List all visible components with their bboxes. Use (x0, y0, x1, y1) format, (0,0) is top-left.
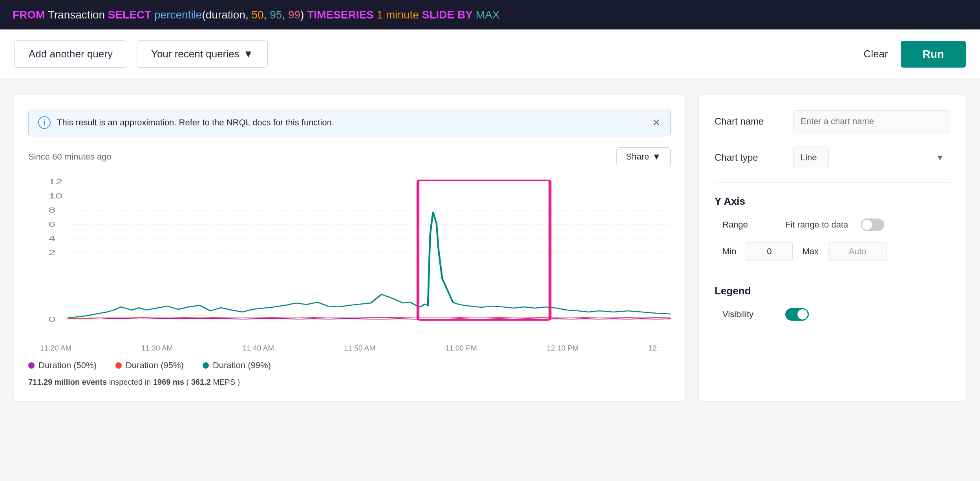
x-label-5: 12:10 PM (547, 344, 579, 352)
x-label-2: 11:40 AM (243, 344, 274, 352)
since-label: Since 60 minutes ago (28, 152, 112, 162)
dropdown-chevron-icon: ▼ (243, 48, 253, 60)
min-max-row: Min Max (715, 242, 950, 261)
visibility-label: Visibility (722, 309, 777, 319)
range-row: Range Fit range to data (715, 218, 950, 231)
recent-queries-label: Your recent queries (151, 48, 240, 60)
stats-bar: 711.29 million events inspected in 1969 … (28, 378, 671, 387)
x-label-6: 12: (649, 344, 659, 352)
y-axis-title: Y Axis (715, 195, 950, 207)
visibility-row: Visibility (715, 308, 950, 321)
run-button[interactable]: Run (901, 41, 966, 68)
svg-text:2: 2 (48, 249, 55, 257)
clear-button[interactable]: Clear (863, 48, 888, 60)
kw-time-val: 1 minute (377, 9, 419, 21)
top-bar: FROM Transaction SELECT percentile(durat… (0, 0, 980, 29)
legend-item-50: Duration (50%) (28, 360, 97, 371)
legend-item-95: Duration (95%) (115, 360, 184, 371)
x-label-3: 11:50 AM (344, 344, 375, 352)
chart-name-row: Chart name (715, 110, 950, 132)
legend-label-99: Duration (99%) (213, 360, 271, 371)
range-label: Range (722, 220, 777, 230)
legend-dot-50 (28, 362, 35, 369)
divider-1 (715, 182, 950, 183)
legend-title: Legend (715, 285, 950, 297)
info-banner: i This result is an approximation. Refer… (28, 109, 671, 136)
kw-param-50: 50, (251, 9, 267, 21)
chart-panel: i This result is an approximation. Refer… (14, 95, 685, 401)
kw-param-95: 95, (270, 9, 285, 21)
visibility-toggle[interactable] (785, 308, 809, 321)
add-query-button[interactable]: Add another query (14, 40, 127, 68)
max-input[interactable] (828, 242, 887, 261)
info-icon: i (38, 116, 51, 129)
fit-range-toggle[interactable] (861, 218, 884, 231)
x-label-4: 11:00 PM (445, 344, 477, 352)
svg-text:8: 8 (48, 206, 55, 214)
max-label: Max (802, 246, 819, 257)
kw-params-open: ( (202, 9, 205, 21)
chart-area: 12 10 8 6 4 2 0 (28, 173, 671, 338)
meps-label: MEPS (213, 378, 235, 386)
kw-slide: SLIDE (422, 9, 454, 21)
events-count: 711.29 million events (28, 378, 107, 386)
min-input[interactable] (746, 242, 793, 261)
legend-label-50: Duration (50%) (38, 360, 97, 371)
chart-header: Since 60 minutes ago Share ▼ (28, 147, 671, 166)
legend-item-99: Duration (99%) (203, 360, 271, 371)
chart-type-row: Chart type Line Area Bar Pie Table ▼ (715, 147, 950, 168)
settings-panel: Chart name Chart type Line Area Bar Pie … (699, 95, 966, 401)
query-table-name: Transaction (48, 9, 105, 21)
kw-from: FROM (13, 9, 45, 21)
close-icon[interactable]: ✕ (652, 117, 661, 129)
chart-name-label: Chart name (715, 116, 785, 127)
svg-text:6: 6 (48, 220, 55, 228)
svg-text:12: 12 (48, 178, 62, 186)
kw-max: MAX (476, 9, 500, 21)
legend-label-95: Duration (95%) (126, 360, 184, 371)
query-bar: Add another query Your recent queries ▼ … (0, 29, 980, 79)
x-axis: 11:20 AM 11:30 AM 11:40 AM 11:50 AM 11:0… (28, 344, 671, 352)
share-button[interactable]: Share ▼ (616, 147, 671, 166)
main-content: i This result is an approximation. Refer… (0, 79, 980, 417)
recent-queries-button[interactable]: Your recent queries ▼ (137, 40, 268, 68)
select-chevron-icon: ▼ (936, 153, 944, 162)
legend: Duration (50%) Duration (95%) Duration (… (28, 360, 671, 371)
kw-select-label: SELECT (108, 9, 151, 21)
info-text: This result is an approximation. Refer t… (57, 117, 334, 128)
chart-name-input[interactable] (793, 110, 950, 132)
kw-func: percentile (154, 9, 202, 21)
share-label: Share (626, 152, 649, 162)
kw-param-field: duration, (206, 9, 249, 21)
kw-params-close: ) (300, 9, 304, 21)
kw-by: BY (457, 9, 473, 21)
kw-timeseries: TIMESERIES (307, 9, 374, 21)
legend-dot-95 (115, 362, 122, 369)
bracket-close: ) (238, 378, 240, 386)
kw-param-99: 99 (288, 9, 300, 21)
min-label: Min (722, 246, 736, 257)
bracket-open: ( (186, 378, 191, 386)
svg-text:0: 0 (48, 316, 55, 323)
chart-svg: 12 10 8 6 4 2 0 (28, 173, 671, 338)
chart-type-label: Chart type (715, 152, 785, 163)
share-chevron-icon: ▼ (652, 152, 661, 162)
x-label-0: 11:20 AM (40, 344, 71, 352)
meps-value: 361.2 (191, 378, 211, 386)
inspect-time: 1969 ms (153, 378, 184, 386)
fit-range-label: Fit range to data (785, 220, 848, 230)
chart-type-select[interactable]: Line Area Bar Pie Table (793, 147, 829, 168)
svg-text:4: 4 (48, 235, 55, 242)
inspected-text: inspected in (109, 378, 153, 386)
chart-type-select-wrapper: Line Area Bar Pie Table ▼ (793, 147, 950, 168)
svg-text:10: 10 (48, 192, 62, 200)
x-label-1: 11:30 AM (141, 344, 173, 352)
legend-dot-99 (203, 362, 209, 369)
divider-2 (715, 272, 950, 272)
